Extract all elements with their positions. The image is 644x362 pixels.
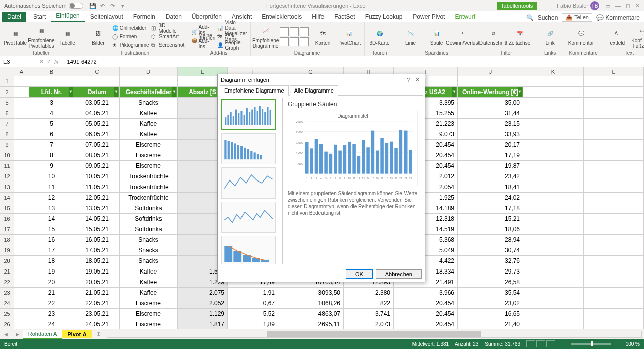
dialog-tab-all[interactable]: Alle Diagramme xyxy=(290,85,338,96)
normal-view-button[interactable] xyxy=(526,340,535,347)
ok-button[interactable]: OK xyxy=(346,269,373,279)
online-pictures-button[interactable]: 🌐Onlinebilder xyxy=(112,24,149,32)
screenshot-button[interactable]: ⧉Screenshot xyxy=(151,41,185,49)
tab-design[interactable]: Entwurf xyxy=(450,12,480,22)
sheet-nav-prev[interactable]: ◄ xyxy=(0,331,12,337)
chart-thumb-line1[interactable] xyxy=(221,167,276,199)
myaddins-button[interactable]: 📦Meine Add-Ins xyxy=(191,37,216,45)
chart-thumb-clustered-column[interactable] xyxy=(221,99,276,130)
comment-button[interactable]: 💬Kommentar xyxy=(569,27,593,46)
recommended-charts-button[interactable]: 📈Empfohlene Diagramme xyxy=(254,25,278,49)
accept-formula-icon[interactable]: ✓ xyxy=(47,58,51,65)
save-icon[interactable]: 💾 xyxy=(89,2,96,9)
zoom-level[interactable]: 100 % xyxy=(626,341,640,347)
tab-factset[interactable]: FactSet xyxy=(329,12,360,22)
chart-thumb-line2[interactable] xyxy=(221,202,276,233)
tab-help[interactable]: Hilfe xyxy=(307,12,329,22)
tab-fuzzy[interactable]: Fuzzy Lookup xyxy=(360,12,408,22)
qat-dropdown-icon[interactable]: ▾ xyxy=(119,2,126,9)
share-button[interactable]: 📤 Teilen xyxy=(562,13,592,22)
col-header-j[interactable]: J xyxy=(458,67,523,76)
slicer-button[interactable]: ⧉Datenschnitt xyxy=(481,27,506,46)
sheet-nav-next[interactable]: ► xyxy=(12,331,23,337)
table-button[interactable]: ▦Tabelle xyxy=(55,27,79,46)
dialog-close-button[interactable]: ✕ xyxy=(413,76,422,83)
col-header-b[interactable]: B xyxy=(29,67,74,76)
timeline-button[interactable]: 📅Zeitachse xyxy=(508,27,532,46)
rec-pivot-button[interactable]: ▦Empfohlene PivotTables xyxy=(29,25,53,49)
col-header-c[interactable]: C xyxy=(74,67,120,76)
chart-thumb-sorted-column[interactable] xyxy=(221,133,276,164)
textbox-button[interactable]: ATextfeld xyxy=(604,27,628,46)
autosave-toggle[interactable]: Automatisches Speichern xyxy=(4,3,83,9)
search-label[interactable]: Suchen xyxy=(538,14,558,21)
people-button[interactable]: 👤People Graph xyxy=(217,41,247,49)
link-button[interactable]: 🔗Link xyxy=(538,27,562,46)
tab-pagelayout[interactable]: Seitenlayout xyxy=(85,12,128,22)
area-chart-button[interactable] xyxy=(290,37,299,46)
add-sheet-button[interactable]: ⊕ xyxy=(92,331,105,337)
tab-insert[interactable]: Einfügen xyxy=(51,11,85,22)
smartart-button[interactable]: ⬡SmartArt xyxy=(151,33,185,41)
sparkline-column-button[interactable]: 📊Säule xyxy=(425,27,449,46)
ribbon-options-icon[interactable]: ▭ xyxy=(605,3,610,9)
chart-thumb-pareto[interactable] xyxy=(221,236,276,264)
icons-button[interactable]: ★Piktogramme xyxy=(112,41,149,49)
cancel-formula-icon[interactable]: ✕ xyxy=(39,58,44,65)
maximize-icon[interactable]: ◻ xyxy=(626,3,630,9)
pivotchart-button[interactable]: 📊PivotChart xyxy=(337,27,361,46)
zoom-out-button[interactable]: − xyxy=(561,341,565,347)
redo-icon[interactable]: ↷ xyxy=(109,2,116,9)
tab-file[interactable]: Datei xyxy=(2,12,26,22)
zoom-slider[interactable] xyxy=(571,343,611,345)
table-row[interactable]: 25 23 23.05.21 Eiscreme 1.129 5,52 4863,… xyxy=(0,309,644,319)
column-chart-button[interactable] xyxy=(280,27,289,36)
3dmodels-button[interactable]: ◫3D-Modelle xyxy=(151,24,185,32)
sparkline-line-button[interactable]: 📉Linie xyxy=(398,27,423,46)
zoom-in-button[interactable]: + xyxy=(617,341,620,347)
minimize-icon[interactable]: — xyxy=(615,3,621,9)
headerfooter-button[interactable]: ▭Kopf- und Fußzeile xyxy=(630,25,644,49)
tab-data[interactable]: Daten xyxy=(160,12,187,22)
col-header-k[interactable]: K xyxy=(523,67,584,76)
page-layout-button[interactable] xyxy=(536,340,545,347)
pivot-table-button[interactable]: ▦PivotTable xyxy=(3,27,27,46)
shapes-button[interactable]: ◯Formen xyxy=(112,33,149,41)
comments-button[interactable]: 💬 Kommentare xyxy=(596,14,640,21)
dialog-title-bar[interactable]: Diagramm einfügen ? ✕ xyxy=(218,74,425,85)
name-box[interactable]: E3 xyxy=(0,56,35,67)
table-row[interactable]: 24 22 22.05.21 Eiscreme 2.052 0,67 1068,… xyxy=(0,298,644,309)
close-icon[interactable]: ✕ xyxy=(635,3,640,9)
tab-start[interactable]: Start xyxy=(28,12,51,22)
line-chart-button[interactable] xyxy=(290,27,299,36)
scatter-chart-button[interactable] xyxy=(300,37,309,46)
col-header-d[interactable]: D xyxy=(120,67,178,76)
search-icon[interactable]: 🔍 xyxy=(526,14,534,21)
table-row[interactable]: 23 21 21.05.21 Kaffee 2.075 1,91 3093,50… xyxy=(0,288,644,298)
tab-powerpivot[interactable]: Power Pivot xyxy=(408,12,450,22)
undo-icon[interactable]: ↶ xyxy=(99,2,106,9)
chart-thumbnail-list[interactable] xyxy=(220,98,283,264)
user-info[interactable]: Fabio Basler FB xyxy=(557,1,599,10)
sheet-tab-pivot[interactable]: Pivot A xyxy=(62,330,92,338)
maps-button[interactable]: 🗺Karten xyxy=(311,27,335,46)
dialog-help-button[interactable]: ? xyxy=(404,77,413,83)
tab-developer[interactable]: Entwicklertools xyxy=(257,12,307,22)
sheet-tab-rohdaten[interactable]: Rohdaten A xyxy=(23,330,63,339)
col-header-l[interactable]: L xyxy=(584,67,644,76)
toggle-switch[interactable] xyxy=(69,3,83,9)
3dmap-button[interactable]: 🌍3D-Karte xyxy=(368,27,392,46)
bar-chart-button[interactable] xyxy=(280,37,289,46)
col-header-a[interactable]: A xyxy=(14,67,29,76)
tab-formulas[interactable]: Formeln xyxy=(128,12,160,22)
dialog-tab-recommended[interactable]: Empfohlene Diagramme xyxy=(220,85,289,96)
page-break-button[interactable] xyxy=(546,340,555,347)
sparkline-winloss-button[interactable]: ±Gewinn/Verlust xyxy=(451,27,475,46)
select-all-corner[interactable] xyxy=(0,67,14,76)
horizontal-scrollbar[interactable] xyxy=(107,331,642,338)
pie-chart-button[interactable] xyxy=(300,27,309,36)
pictures-button[interactable]: 🖼Bilder xyxy=(86,27,110,46)
tab-review[interactable]: Überprüfen xyxy=(187,12,227,22)
cancel-button[interactable]: Abbrechen xyxy=(376,269,422,279)
formula-input[interactable]: 1491,64272 xyxy=(63,59,644,65)
